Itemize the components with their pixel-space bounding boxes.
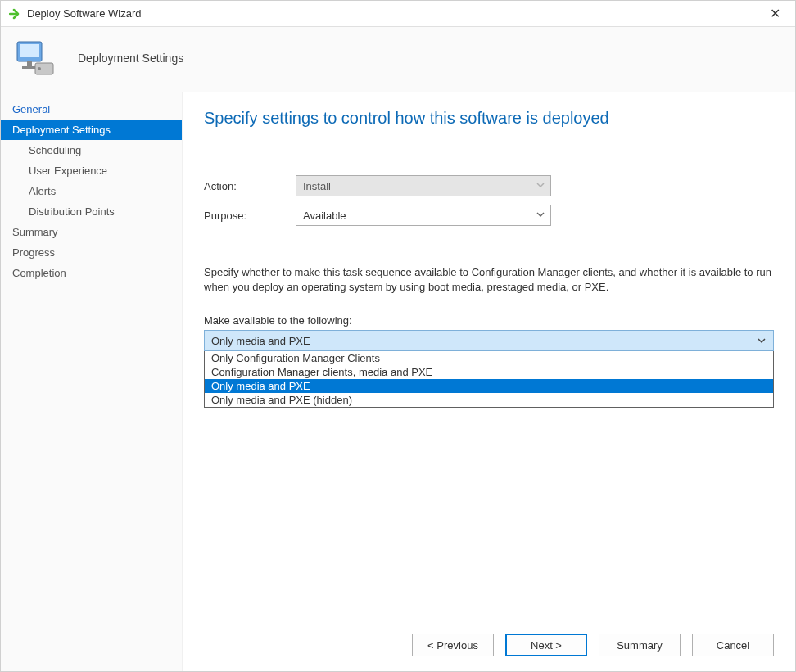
content-heading: Specify settings to control how this sof… — [204, 109, 774, 128]
action-dropdown: Install — [296, 175, 551, 196]
purpose-value: Available — [303, 210, 346, 222]
purpose-label: Purpose: — [204, 210, 296, 222]
sidebar-item-deployment-settings[interactable]: Deployment Settings — [1, 120, 182, 140]
sidebar-item-scheduling[interactable]: Scheduling — [1, 140, 182, 160]
dropdown-option[interactable]: Only Configuration Manager Clients — [205, 351, 773, 365]
wizard-body: GeneralDeployment SettingsSchedulingUser… — [1, 92, 795, 672]
wizard-button-bar: < Previous Next > Summary Cancel — [412, 634, 774, 656]
window-title: Deploy Software Wizard — [27, 7, 763, 20]
purpose-row: Purpose: Available — [204, 205, 774, 226]
dropdown-option[interactable]: Configuration Manager clients, media and… — [205, 365, 773, 379]
dropdown-option[interactable]: Only media and PXE (hidden) — [205, 393, 773, 407]
summary-button[interactable]: Summary — [599, 634, 681, 656]
close-button[interactable]: ✕ — [763, 6, 787, 21]
sidebar-item-general[interactable]: General — [1, 99, 182, 120]
chevron-down-icon — [536, 180, 545, 192]
svg-point-5 — [38, 67, 41, 70]
sidebar-item-alerts[interactable]: Alerts — [1, 181, 182, 201]
sidebar-item-completion[interactable]: Completion — [1, 263, 182, 283]
chevron-down-icon — [757, 336, 767, 348]
sidebar-item-user-experience[interactable]: User Experience — [1, 160, 182, 181]
available-dropdown-list: Only Configuration Manager ClientsConfig… — [204, 351, 774, 408]
sidebar-item-progress[interactable]: Progress — [1, 242, 182, 263]
available-dropdown[interactable]: Only media and PXE — [204, 330, 774, 351]
description-text: Specify whether to make this task sequen… — [204, 265, 774, 295]
next-button[interactable]: Next > — [505, 634, 587, 656]
page-title: Deployment Settings — [78, 52, 183, 65]
svg-rect-2 — [27, 61, 32, 66]
content-pane: Specify settings to control how this sof… — [183, 92, 795, 672]
app-arrow-icon — [9, 7, 22, 20]
action-label: Action: — [204, 180, 296, 192]
computer-icon — [12, 38, 55, 78]
chevron-down-icon — [536, 210, 545, 222]
wizard-header: Deployment Settings — [1, 27, 795, 92]
available-label: Make available to the following: — [204, 314, 774, 327]
purpose-dropdown[interactable]: Available — [296, 205, 551, 226]
svg-rect-3 — [22, 66, 37, 69]
sidebar: GeneralDeployment SettingsSchedulingUser… — [1, 92, 183, 672]
sidebar-item-distribution-points[interactable]: Distribution Points — [1, 201, 182, 222]
previous-button[interactable]: < Previous — [412, 634, 494, 656]
cancel-button[interactable]: Cancel — [692, 634, 774, 656]
dropdown-option[interactable]: Only media and PXE — [205, 379, 773, 393]
action-value: Install — [303, 180, 331, 192]
action-row: Action: Install — [204, 175, 774, 196]
titlebar: Deploy Software Wizard ✕ — [1, 1, 795, 27]
sidebar-item-summary[interactable]: Summary — [1, 222, 182, 242]
available-selected-value: Only media and PXE — [211, 335, 310, 347]
svg-rect-1 — [20, 44, 39, 57]
